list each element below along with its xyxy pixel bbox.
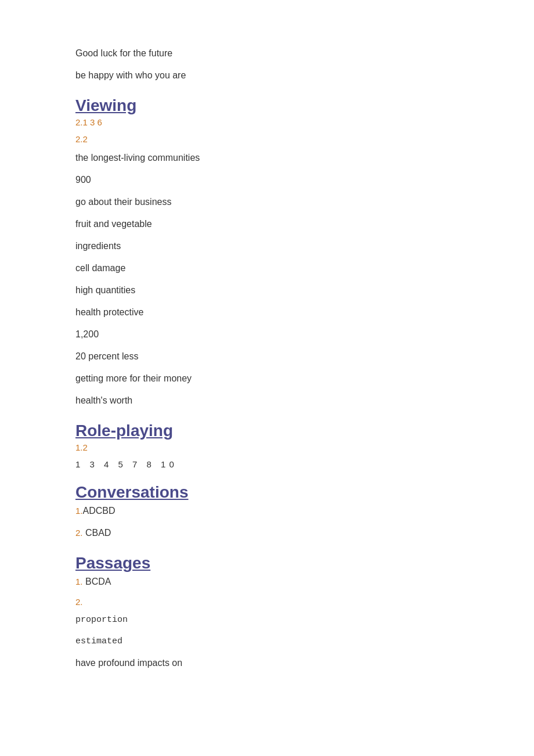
viewing-answer-6: cell damage [75, 261, 459, 275]
viewing-answer-10: 20 percent less [75, 350, 459, 363]
viewing-answer-8: health protective [75, 305, 459, 319]
conversations-item1-answer: ADCBD [83, 506, 116, 516]
passages-item1: 1. BCDA [75, 575, 459, 589]
viewing-answer-12: health's worth [75, 394, 459, 408]
passages-item2-num: 2. [75, 597, 459, 607]
conversations-heading: Conversations [75, 483, 459, 502]
viewing-answer-11: getting more for their money [75, 372, 459, 386]
viewing-answer-2: 900 [75, 173, 459, 187]
roleplaying-numbers: 1 3 4 5 7 8 10 [75, 459, 459, 469]
viewing-2-2-label: 2.2 [75, 134, 459, 144]
conversations-item1: 1.ADCBD [75, 504, 459, 518]
passages-item1-answer: BCDA [83, 577, 111, 586]
passages-answer-2: estimated [75, 635, 459, 649]
viewing-answer-9: 1,200 [75, 327, 459, 341]
viewing-answer-7: high quantities [75, 283, 459, 297]
viewing-answer-4: fruit and vegetable [75, 217, 459, 231]
viewing-answer-5: ingredients [75, 239, 459, 253]
intro-line2: be happy with who you are [75, 69, 459, 82]
viewing-answer-3: go about their business [75, 195, 459, 209]
roleplaying-heading: Role-playing [75, 422, 459, 440]
viewing-answer-1: the longest-living communities [75, 151, 459, 165]
viewing-2-1-label: 2.1 [75, 117, 88, 127]
roleplaying-1-2-label: 1.2 [75, 442, 459, 452]
viewing-heading: Viewing [75, 96, 459, 115]
viewing-2-1-row: 2.1 3 6 [75, 117, 459, 127]
passages-answer-3: have profound impacts on [75, 656, 459, 670]
conversations-item2: 2. CBAD [75, 526, 459, 540]
viewing-2-1-numbers: 3 6 [88, 117, 102, 127]
passages-item1-num: 1. [75, 577, 83, 586]
conversations-item2-num: 2. [75, 528, 83, 538]
conversations-item2-answer: CBAD [83, 528, 111, 538]
passages-heading: Passages [75, 554, 459, 573]
passages-answer-1: proportion [75, 614, 459, 627]
intro-line1: Good luck for the future [75, 46, 459, 60]
conversations-item1-num: 1. [75, 506, 83, 516]
